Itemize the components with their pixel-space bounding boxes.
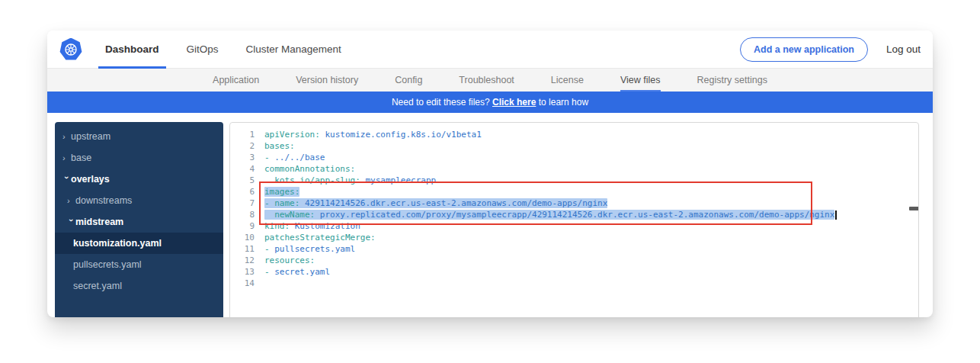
primary-tab-cluster-management[interactable]: Cluster Management xyxy=(239,31,348,69)
line-text: - name: 429114214526.dkr.ecr.us-east-2.a… xyxy=(255,198,607,209)
file-tree-item-kustomization-yaml[interactable]: kustomization.yaml xyxy=(55,233,223,254)
line-text: apiVersion: kustomize.config.k8s.io/v1be… xyxy=(255,129,482,140)
line-number: 12 xyxy=(230,255,255,266)
code-area[interactable]: 1apiVersion: kustomize.config.k8s.io/v1b… xyxy=(230,123,918,289)
file-tree-item-overlays[interactable]: ›overlays xyxy=(55,169,223,190)
admin-console-window: DashboardGitOpsCluster Management Add a … xyxy=(47,31,933,317)
line-text: patchesStrategicMerge: xyxy=(255,232,376,243)
line-text: images: xyxy=(255,186,299,198)
section-tab-license[interactable]: License xyxy=(551,69,584,92)
logout-link[interactable]: Log out xyxy=(886,43,921,55)
section-tab-application[interactable]: Application xyxy=(213,69,259,92)
line-number: 9 xyxy=(230,220,255,232)
section-tab-troubleshoot[interactable]: Troubleshoot xyxy=(459,69,514,92)
code-line-7[interactable]: 7- name: 429114214526.dkr.ecr.us-east-2.… xyxy=(230,198,918,209)
code-line-5[interactable]: 5 kots.io/app-slug: mysampleecrapp xyxy=(230,175,918,186)
file-tree-item-base[interactable]: ›base xyxy=(55,147,223,169)
file-tree-item-midstream[interactable]: ›midstream xyxy=(55,211,223,233)
line-text: kots.io/app-slug: mysampleecrapp xyxy=(255,175,436,186)
file-tree-item-upstream[interactable]: ›upstream xyxy=(55,126,223,147)
code-line-9[interactable]: 9kind: Kustomization xyxy=(230,220,918,232)
file-tree-item-label: base xyxy=(71,153,91,163)
app-section-tabs: ApplicationVersion historyConfigTroubles… xyxy=(47,69,933,92)
line-number: 11 xyxy=(230,243,255,255)
kubernetes-logo-icon xyxy=(59,38,82,61)
file-tree-item-label: overlays xyxy=(71,174,110,185)
file-tree-item-label: upstream xyxy=(71,131,110,142)
line-number: 1 xyxy=(230,129,255,140)
primary-tab-gitops[interactable]: GitOps xyxy=(180,31,226,69)
line-text: - pullsecrets.yaml xyxy=(255,243,355,255)
code-line-13[interactable]: 13- secret.yaml xyxy=(230,266,918,278)
selected-text: newName: proxy.replicated.com/proxy/mysa… xyxy=(264,210,834,220)
section-tab-view-files[interactable]: View files xyxy=(620,69,661,92)
chevron-right-icon: › xyxy=(67,197,75,205)
line-text: newName: proxy.replicated.com/proxy/mysa… xyxy=(255,209,837,220)
code-line-1[interactable]: 1apiVersion: kustomize.config.k8s.io/v1b… xyxy=(230,129,918,140)
line-number: 3 xyxy=(230,152,255,163)
file-tree-item-label: midstream xyxy=(75,217,123,227)
chevron-down-icon: › xyxy=(67,219,75,227)
text-cursor xyxy=(835,210,837,220)
add-new-application-button[interactable]: Add a new application xyxy=(740,37,868,62)
chevron-right-icon: › xyxy=(62,154,71,162)
editor-scrollbar-thumb[interactable] xyxy=(909,207,919,210)
section-tab-version-history[interactable]: Version history xyxy=(296,69,358,92)
section-tab-registry-settings[interactable]: Registry settings xyxy=(697,69,767,92)
file-tree-item-downstreams[interactable]: ›downstreams xyxy=(55,190,223,211)
line-number: 7 xyxy=(230,198,255,209)
line-number: 4 xyxy=(230,163,255,175)
selected-text: images: xyxy=(264,187,299,197)
line-text xyxy=(255,278,264,289)
chevron-right-icon: › xyxy=(62,133,71,141)
edit-files-banner: Need to edit these files? Click here to … xyxy=(47,92,933,113)
file-tree-item-label: pullsecrets.yaml xyxy=(73,259,142,270)
file-tree-item-secret-yaml[interactable]: secret.yaml xyxy=(55,275,223,297)
top-nav-bar: DashboardGitOpsCluster Management Add a … xyxy=(47,31,933,69)
line-text: - ../../base xyxy=(255,152,325,163)
code-line-4[interactable]: 4commonAnnotations: xyxy=(230,163,918,175)
code-line-12[interactable]: 12resources: xyxy=(230,255,918,266)
line-number: 6 xyxy=(230,186,255,198)
line-text: - secret.yaml xyxy=(255,266,330,278)
helm-wheel-icon xyxy=(63,42,78,57)
banner-text-before: Need to edit these files? xyxy=(392,97,490,108)
yaml-code-editor[interactable]: 1apiVersion: kustomize.config.k8s.io/v1b… xyxy=(229,122,919,317)
line-text: resources: xyxy=(255,255,315,266)
line-number: 5 xyxy=(230,175,255,186)
section-tab-config[interactable]: Config xyxy=(395,69,422,92)
line-number: 13 xyxy=(230,266,255,278)
line-number: 8 xyxy=(230,209,255,220)
line-number: 2 xyxy=(230,140,255,152)
line-text: kind: Kustomization xyxy=(255,220,360,232)
view-files-content: ›upstream›base›overlays›downstreams›mids… xyxy=(47,113,933,316)
code-line-3[interactable]: 3- ../../base xyxy=(230,152,918,163)
file-tree-item-label: kustomization.yaml xyxy=(73,238,162,249)
header-actions: Add a new application Log out xyxy=(740,37,921,62)
code-line-6[interactable]: 6images: xyxy=(230,186,918,198)
primary-tab-dashboard[interactable]: Dashboard xyxy=(98,31,166,69)
primary-nav-tabs: DashboardGitOpsCluster Management xyxy=(91,31,355,69)
banner-click-here-link[interactable]: Click here xyxy=(492,97,536,108)
file-tree-item-label: downstreams xyxy=(75,195,132,206)
line-number: 10 xyxy=(230,232,255,243)
line-text: commonAnnotations: xyxy=(255,163,355,175)
line-text: bases: xyxy=(255,140,295,152)
code-line-2[interactable]: 2bases: xyxy=(230,140,918,152)
code-line-11[interactable]: 11- pullsecrets.yaml xyxy=(230,243,918,255)
code-line-10[interactable]: 10patchesStrategicMerge: xyxy=(230,232,918,243)
banner-text-after: to learn how xyxy=(539,97,588,108)
line-number: 14 xyxy=(230,278,255,289)
file-tree-item-label: secret.yaml xyxy=(73,281,122,291)
file-tree-panel: ›upstream›base›overlays›downstreams›mids… xyxy=(55,122,223,317)
code-line-8[interactable]: 8 newName: proxy.replicated.com/proxy/my… xyxy=(230,209,918,220)
file-tree-item-pullsecrets-yaml[interactable]: pullsecrets.yaml xyxy=(55,254,223,275)
code-line-14[interactable]: 14 xyxy=(230,278,918,289)
selected-text: - name: 429114214526.dkr.ecr.us-east-2.a… xyxy=(264,198,607,208)
chevron-down-icon: › xyxy=(62,176,71,185)
